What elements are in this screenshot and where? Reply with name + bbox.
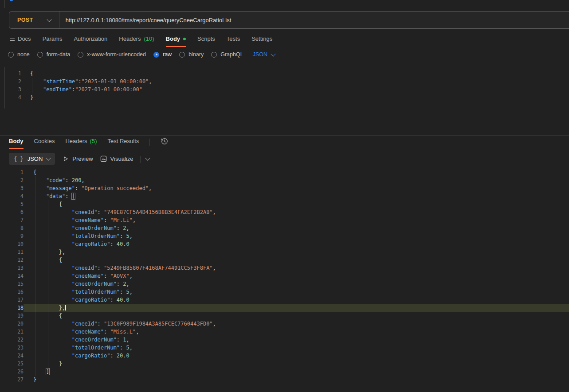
request-tab-authorization[interactable]: Authorization bbox=[74, 35, 107, 47]
body-type-row: none form-data x-www-form-urlencoded raw… bbox=[8, 51, 275, 58]
code-line[interactable]: 16 "totalOrderNum": 5, bbox=[0, 288, 569, 296]
indent-guide bbox=[61, 320, 61, 328]
radio-label: raw bbox=[163, 51, 172, 58]
code-line[interactable]: 26 ] bbox=[0, 368, 569, 376]
history-icon[interactable] bbox=[161, 137, 169, 147]
visualize-button[interactable]: Visualize bbox=[100, 155, 133, 162]
indent-guide bbox=[35, 256, 35, 264]
response-tab-body[interactable]: Body bbox=[9, 138, 24, 149]
code-line[interactable]: 3 "endTime":"2027-01-01 00:00:00" bbox=[5, 85, 569, 93]
indent-guide bbox=[35, 248, 35, 256]
code-line[interactable]: 19 { bbox=[0, 312, 569, 320]
code-line[interactable]: 4 "data": [ bbox=[0, 192, 569, 200]
code-line[interactable]: 12 { bbox=[0, 256, 569, 264]
line-content: { bbox=[24, 200, 569, 208]
indent-guide bbox=[35, 176, 35, 184]
line-content: { bbox=[24, 256, 569, 264]
code-line[interactable]: 13 "cneeId": "5249FB85807F4168AF74491CC5… bbox=[0, 264, 569, 272]
tab-label: Tests bbox=[227, 35, 240, 42]
response-format-dropdown[interactable]: { } JSON bbox=[9, 153, 55, 165]
line-content: }, bbox=[24, 304, 569, 312]
body-type-binary[interactable]: binary bbox=[179, 51, 204, 58]
code-line[interactable]: 11 }, bbox=[0, 248, 569, 256]
code-line[interactable]: 2 "code": 200, bbox=[0, 176, 569, 184]
request-tab-tests[interactable]: Tests bbox=[227, 35, 240, 47]
code-line[interactable]: 15 "cneeOrderNum": 2, bbox=[0, 280, 569, 288]
code-line[interactable]: 10 "cargoRatio": 40.0 bbox=[0, 240, 569, 248]
body-type-x-www-form-urlencoded[interactable]: x-www-form-urlencoded bbox=[78, 51, 146, 58]
code-line[interactable]: 2 "startTime":"2025-01-01 00:00:00", bbox=[5, 78, 569, 85]
chevron-down-icon bbox=[47, 17, 51, 22]
code-line[interactable]: 7 "cneeName": "Mr.Li", bbox=[0, 216, 569, 224]
line-number: 22 bbox=[0, 336, 24, 344]
body-type-none[interactable]: none bbox=[8, 51, 30, 58]
line-number: 15 bbox=[0, 280, 24, 288]
indent-guide bbox=[48, 352, 48, 360]
indent-guide bbox=[61, 208, 61, 216]
body-type-form-data[interactable]: form-data bbox=[37, 51, 71, 58]
line-content: "cneeId": "5249FB85807F4168AF74491CC5F3F… bbox=[24, 264, 569, 272]
indent-guide bbox=[35, 264, 35, 272]
request-tab-scripts[interactable]: Scripts bbox=[197, 35, 215, 47]
response-tab-test-results[interactable]: Test Results bbox=[108, 138, 139, 149]
line-number: 25 bbox=[0, 360, 24, 368]
request-tab-params[interactable]: Params bbox=[43, 35, 63, 47]
response-body-editor[interactable]: 1 { 2 "code": 200, 3 "message": "Operati… bbox=[0, 168, 569, 384]
raw-language-dropdown[interactable]: JSON bbox=[253, 51, 275, 58]
code-line[interactable]: 9 "totalOrderNum": 5, bbox=[0, 232, 569, 240]
chevron-down-icon[interactable] bbox=[145, 155, 150, 160]
line-content: "data": [ bbox=[24, 192, 569, 200]
line-content: "cneeId": "749E87CF5A4D4156B8B3E4FA2EF2B… bbox=[24, 208, 569, 216]
code-line[interactable]: 6 "cneeId": "749E87CF5A4D4156B8B3E4FA2EF… bbox=[0, 208, 569, 216]
method-selector[interactable]: POST bbox=[9, 12, 59, 28]
code-line[interactable]: 1 { bbox=[0, 168, 569, 176]
request-tab-docs[interactable]: Docs bbox=[10, 35, 31, 47]
code-line[interactable]: 23 "totalOrderNum": 5, bbox=[0, 344, 569, 352]
code-line[interactable]: 3 "message": "Operation succeeded", bbox=[0, 184, 569, 192]
indent-guide bbox=[35, 336, 35, 344]
code-line[interactable]: 8 "cneeOrderNum": 2, bbox=[0, 224, 569, 232]
line-content: "cneeName": "AOVX", bbox=[24, 272, 569, 280]
line-content: "cneeId": "13C0F989F1984A3A85FCEC7760443… bbox=[24, 320, 569, 328]
radio-icon bbox=[179, 52, 185, 58]
line-number: 18 bbox=[0, 304, 24, 312]
code-line[interactable]: 5 { bbox=[0, 200, 569, 208]
request-tab-headers[interactable]: Headers (10) bbox=[119, 35, 154, 47]
code-line[interactable]: 22 "cneeOrderNum": 1, bbox=[0, 336, 569, 344]
line-number: 1 bbox=[5, 70, 21, 78]
request-tab-settings[interactable]: Settings bbox=[251, 35, 272, 47]
code-line[interactable]: 18 }, bbox=[0, 304, 569, 312]
code-line[interactable]: 24 "cargoRatio": 20.0 bbox=[0, 352, 569, 360]
indent-guide bbox=[35, 280, 35, 288]
url-input[interactable] bbox=[59, 12, 569, 28]
play-icon bbox=[62, 155, 69, 162]
line-content: "startTime":"2025-01-01 00:00:00", bbox=[21, 78, 569, 85]
tab-label: Body bbox=[166, 35, 181, 42]
line-number: 8 bbox=[0, 224, 24, 232]
code-line[interactable]: 1 { bbox=[5, 70, 569, 78]
code-line[interactable]: 4 } bbox=[5, 93, 569, 101]
indent-guide bbox=[48, 200, 48, 208]
line-content: "totalOrderNum": 5, bbox=[24, 232, 569, 240]
radio-label: none bbox=[17, 51, 30, 58]
body-type-graphql[interactable]: GraphQL bbox=[211, 51, 243, 58]
code-line[interactable]: 21 "cneeName": "Miss.L", bbox=[0, 328, 569, 336]
request-tab-body[interactable]: Body bbox=[166, 35, 186, 47]
response-tab-headers[interactable]: Headers (5) bbox=[65, 138, 97, 149]
code-line[interactable]: 17 "cargoRatio": 40.0 bbox=[0, 296, 569, 304]
code-line[interactable]: 27 } bbox=[0, 376, 569, 384]
line-content: { bbox=[21, 70, 569, 78]
indent-guide bbox=[35, 192, 35, 200]
code-line[interactable]: 25 } bbox=[0, 360, 569, 368]
preview-button[interactable]: Preview bbox=[62, 155, 93, 162]
code-line[interactable]: 20 "cneeId": "13C0F989F1984A3A85FCEC7760… bbox=[0, 320, 569, 328]
indent-guide bbox=[35, 232, 35, 240]
response-tab-cookies[interactable]: Cookies bbox=[34, 138, 55, 149]
line-number: 2 bbox=[5, 78, 21, 85]
radio-label: binary bbox=[188, 51, 204, 58]
text-cursor bbox=[65, 305, 66, 310]
indent-guide bbox=[32, 78, 32, 85]
request-body-editor[interactable]: 1 { 2 "startTime":"2025-01-01 00:00:00",… bbox=[4, 67, 569, 109]
body-type-raw[interactable]: raw bbox=[153, 51, 172, 58]
code-line[interactable]: 14 "cneeName": "AOVX", bbox=[0, 272, 569, 280]
